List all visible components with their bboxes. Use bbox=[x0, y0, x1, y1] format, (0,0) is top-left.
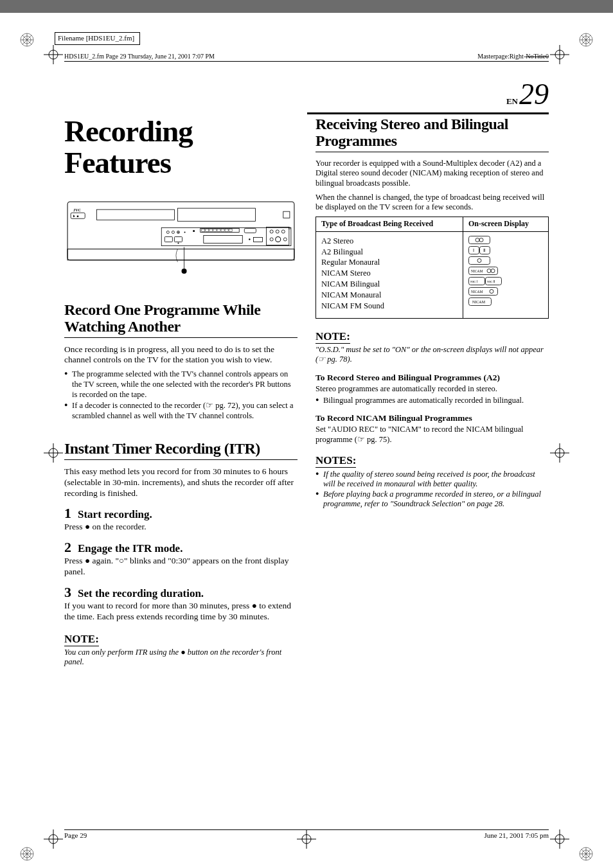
svg-rect-69 bbox=[229, 229, 232, 231]
svg-rect-58 bbox=[164, 236, 172, 242]
osd-nicam-stereo-icon: NICAM bbox=[468, 267, 498, 275]
body-text: Your recorder is equipped with a Sound-M… bbox=[315, 159, 549, 189]
svg-rect-64 bbox=[209, 229, 213, 231]
header-right-text: Masterpage:Right-NoTitle0 bbox=[477, 53, 549, 60]
page-number: 29 bbox=[519, 77, 549, 111]
svg-text:NIC Ⅰ: NIC Ⅰ bbox=[470, 280, 477, 283]
svg-rect-45 bbox=[67, 202, 294, 260]
step-title: Start recording. bbox=[78, 508, 152, 521]
filename-box: Filename [HDS1EU_2.fm] bbox=[55, 32, 140, 45]
header-bar: HDS1EU_2.fm Page 29 Thursday, June 21, 2… bbox=[64, 53, 549, 62]
osd-nicam-bilingual-icon: NIC ⅠNIC Ⅱ bbox=[468, 277, 502, 285]
svg-rect-52 bbox=[283, 211, 290, 218]
svg-rect-59 bbox=[174, 236, 182, 242]
svg-point-54 bbox=[166, 231, 169, 233]
svg-text:Ⅱ: Ⅱ bbox=[483, 248, 485, 253]
svg-point-55 bbox=[172, 231, 174, 233]
step-number: 2 bbox=[64, 539, 71, 556]
crop-target-icon bbox=[550, 443, 569, 463]
broadcast-type-label: NICAM Bilingual bbox=[321, 279, 458, 290]
osd-bilingual-icon: ⅠⅡ bbox=[468, 246, 490, 254]
page-title: Recording Features bbox=[64, 116, 298, 179]
page-number-block: EN29 bbox=[506, 77, 549, 111]
broadcast-type-label: A2 Bilingual bbox=[321, 247, 458, 258]
footer-left-text: Page 29 bbox=[64, 831, 87, 839]
body-text: Stereo programmes are automatically reco… bbox=[315, 384, 549, 394]
osd-mono-icon bbox=[468, 256, 490, 265]
body-text: Press ● again. "○" blinks and "0:30" app… bbox=[64, 556, 298, 578]
body-text: When the channel is changed, the type of… bbox=[315, 193, 549, 213]
step-heading: 1 Start recording. bbox=[64, 505, 298, 522]
registration-mark-icon bbox=[19, 32, 35, 48]
broadcast-type-label: NICAM Stereo bbox=[321, 268, 458, 279]
vcr-diagram-icon: JVC ⏵ ■ bbox=[64, 199, 298, 282]
svg-point-82 bbox=[177, 231, 179, 233]
svg-rect-62 bbox=[202, 229, 205, 231]
svg-rect-67 bbox=[221, 229, 224, 231]
right-column: Receiving Stereo and Bilingual Programme… bbox=[315, 116, 549, 668]
svg-point-88 bbox=[479, 238, 483, 242]
svg-rect-65 bbox=[213, 229, 217, 231]
body-text: Press ● on the recorder. bbox=[64, 522, 298, 533]
svg-point-76 bbox=[276, 230, 279, 233]
osd-nicam-fm-icon: NICAM bbox=[468, 297, 492, 306]
step-title: Engage the ITR mode. bbox=[78, 542, 182, 555]
svg-rect-93 bbox=[468, 256, 490, 264]
osd-nicam-mono-icon: NICAM bbox=[468, 287, 498, 296]
registration-mark-icon bbox=[578, 32, 594, 48]
body-text: Once recording is in progress, all you n… bbox=[64, 344, 298, 366]
svg-text:⏵ ■: ⏵ ■ bbox=[73, 215, 78, 218]
svg-rect-46 bbox=[67, 249, 294, 260]
svg-point-97 bbox=[487, 269, 491, 272]
svg-point-83 bbox=[177, 242, 179, 244]
svg-rect-51 bbox=[177, 208, 255, 221]
list-item: Before playing back a programme recorded… bbox=[315, 490, 549, 509]
svg-rect-73 bbox=[253, 237, 262, 242]
svg-point-105 bbox=[490, 289, 493, 293]
broadcast-type-label: NICAM Monaural bbox=[321, 290, 458, 301]
crop-target-icon bbox=[550, 829, 569, 849]
notes-heading: NOTES: bbox=[315, 454, 356, 468]
svg-point-79 bbox=[276, 236, 281, 242]
footer-bar: Page 29 June 21, 2001 7:05 pm bbox=[64, 829, 549, 839]
note-heading: NOTE: bbox=[315, 330, 350, 344]
left-column: Recording Features JVC ⏵ ■ bbox=[64, 116, 298, 668]
language-label: EN bbox=[506, 96, 518, 107]
svg-rect-71 bbox=[204, 235, 242, 243]
table-header: Type of Broadcast Being Received bbox=[316, 217, 463, 231]
svg-rect-70 bbox=[244, 228, 256, 233]
crop-target-icon bbox=[550, 45, 569, 64]
svg-rect-68 bbox=[225, 229, 228, 231]
list-item: Bilingual programmes are automatically r… bbox=[315, 396, 549, 406]
note-heading: NOTE: bbox=[64, 633, 99, 646]
body-text: If you want to record for more than 30 m… bbox=[64, 601, 298, 623]
crop-target-icon bbox=[44, 443, 63, 463]
svg-point-57 bbox=[184, 231, 186, 233]
notes-list: If the quality of stereo sound being rec… bbox=[315, 470, 549, 510]
content-columns: Recording Features JVC ⏵ ■ bbox=[64, 116, 549, 668]
svg-point-77 bbox=[281, 230, 285, 233]
svg-text:NICAM: NICAM bbox=[471, 290, 483, 294]
sub-heading: To Record Stereo and Bilingual Programme… bbox=[315, 373, 549, 383]
list-item: If a decoder is connected to the recorde… bbox=[64, 401, 298, 421]
section-heading: Instant Timer Recording (ITR) bbox=[64, 440, 298, 459]
svg-text:NICAM: NICAM bbox=[472, 300, 486, 304]
body-text: Set "AUDIO REC" to "NICAM" to record the… bbox=[315, 425, 549, 445]
svg-rect-50 bbox=[96, 209, 174, 220]
svg-point-85 bbox=[182, 269, 187, 274]
svg-point-80 bbox=[283, 238, 287, 241]
svg-point-94 bbox=[477, 258, 481, 262]
section-heading: Receiving Stereo and Bilingual Programme… bbox=[315, 116, 549, 152]
header-left-text: HDS1EU_2.fm Page 29 Thursday, June 21, 2… bbox=[64, 53, 215, 60]
note-text: "O.S.D." must be set to "ON" or the on-s… bbox=[315, 345, 549, 365]
crop-target-icon bbox=[44, 829, 63, 849]
svg-point-98 bbox=[491, 269, 495, 272]
list-item: If the quality of stereo sound being rec… bbox=[315, 470, 549, 490]
note-text: You can only perform ITR using the ● but… bbox=[64, 648, 298, 668]
step-title: Set the recording duration. bbox=[78, 587, 204, 600]
step-number: 1 bbox=[64, 505, 71, 522]
osd-stereo-icon bbox=[468, 236, 490, 244]
svg-rect-63 bbox=[206, 229, 209, 231]
broadcast-type-label: NICAM FM Sound bbox=[321, 301, 458, 312]
broadcast-type-table: Type of Broadcast Being Received On-scre… bbox=[315, 217, 549, 319]
